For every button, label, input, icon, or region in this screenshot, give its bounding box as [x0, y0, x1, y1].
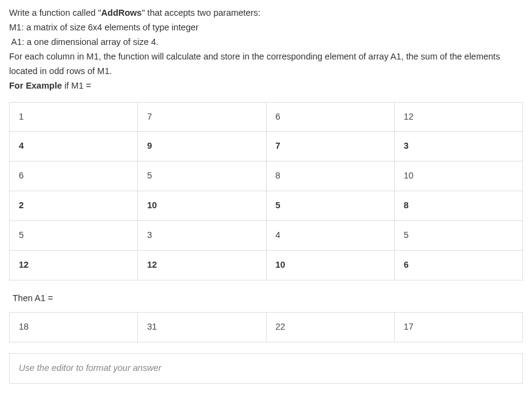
table-cell: 10: [394, 161, 522, 191]
table-row: 65810: [10, 161, 523, 191]
table-row: 1212106: [10, 251, 523, 280]
table-cell: 2: [10, 191, 138, 221]
table-cell: 8: [266, 161, 394, 191]
then-a1-label: Then A1 =: [10, 291, 523, 306]
array-a1: 18312217: [9, 312, 523, 342]
table-cell: 6: [266, 102, 394, 132]
prompt-line-2: M1: a matrix of size 6x4 elements of typ…: [9, 21, 523, 35]
table-cell: 18: [10, 312, 138, 342]
table-cell: 7: [266, 132, 394, 161]
table-cell: 5: [394, 221, 522, 251]
prompt-text: if M1 =: [62, 81, 91, 90]
table-cell: 5: [138, 161, 266, 191]
example-label: For Example: [9, 81, 62, 90]
table-cell: 7: [138, 102, 266, 132]
table-cell: 31: [138, 312, 266, 342]
table-cell: 22: [266, 312, 394, 342]
answer-placeholder: Use the editor to format your answer: [19, 363, 162, 373]
answer-editor[interactable]: Use the editor to format your answer: [9, 353, 523, 384]
table-cell: 5: [10, 221, 138, 251]
table-row: 21058: [10, 191, 523, 221]
table-cell: 8: [394, 191, 522, 221]
table-cell: 17: [394, 312, 522, 342]
table-cell: 5: [266, 191, 394, 221]
table-cell: 10: [266, 251, 394, 280]
matrix-m1: 176124973658102105853451212106: [9, 102, 523, 281]
table-cell: 4: [266, 221, 394, 251]
table-cell: 9: [138, 132, 266, 161]
table-cell: 12: [138, 251, 266, 280]
table-cell: 12: [394, 102, 522, 132]
table-cell: 6: [10, 161, 138, 191]
table-cell: 12: [10, 251, 138, 280]
table-cell: 3: [394, 132, 522, 161]
table-cell: 1: [10, 102, 138, 132]
table-row: 18312217: [10, 312, 523, 342]
table-row: 5345: [10, 221, 523, 251]
prompt-text: " that accepts two parameters:: [142, 8, 260, 18]
function-name: AddRows: [101, 8, 142, 18]
table-cell: 4: [10, 132, 138, 161]
prompt-line-4: For each column in M1, the function will…: [9, 50, 523, 79]
table-cell: 10: [138, 191, 266, 221]
table-cell: 3: [138, 221, 266, 251]
table-row: 17612: [10, 102, 523, 132]
table-row: 4973: [10, 132, 523, 161]
prompt-text: Write a function called ": [9, 8, 101, 18]
prompt-line-1: Write a function called "AddRows" that a…: [9, 6, 523, 21]
table-cell: 6: [394, 251, 522, 280]
prompt-line-5: For Example if M1 =: [9, 79, 523, 93]
prompt-line-3: A1: a one dimensional array of size 4.: [9, 35, 523, 50]
question-prompt: Write a function called "AddRows" that a…: [9, 6, 523, 93]
